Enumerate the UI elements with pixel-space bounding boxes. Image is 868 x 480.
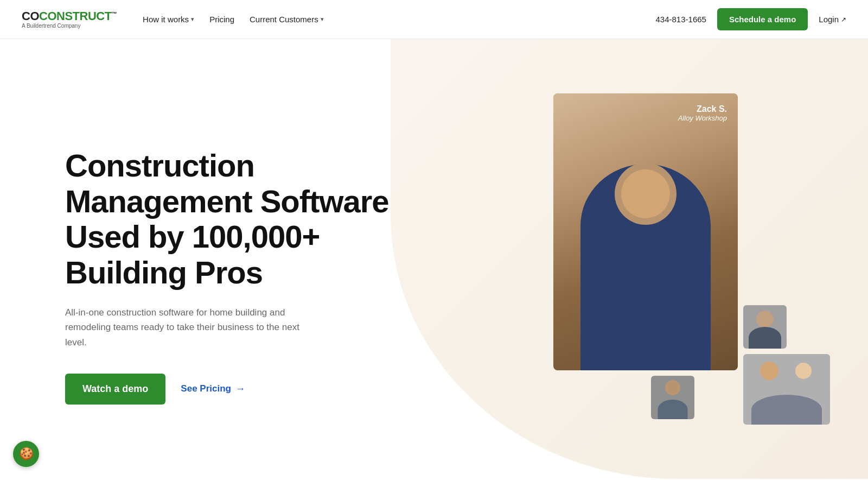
cookie-icon: 🍪 [19,447,34,461]
logo-tagline: A Buildertrend Company [22,23,117,29]
logo-tm: ™ [112,11,117,17]
hero-content: Construction Management Software Used by… [65,83,391,405]
navbar: COCONSTRUCT™ A Buildertrend Company How … [0,0,868,39]
photo-caption-name: Zack S. [678,104,727,114]
navbar-right: 434-813-1665 Schedule a demo Login ↗ [656,8,847,30]
hero-section: Construction Management Software Used by… [0,39,868,479]
thumbnail-photo-3 [743,354,830,425]
login-link[interactable]: Login ↗ [819,15,846,24]
hero-cta: Watch a demo See Pricing → [65,374,391,405]
chevron-down-icon: ▾ [191,16,194,23]
external-link-icon: ↗ [841,16,846,23]
logo-co: CO [22,9,39,23]
watch-demo-button[interactable]: Watch a demo [65,374,165,405]
nav-how-it-works[interactable]: How it works ▾ [136,10,201,28]
phone-number[interactable]: 434-813-1665 [656,15,706,24]
nav-pricing[interactable]: Pricing [203,10,241,28]
hero-subtitle: All-in-one construction software for hom… [65,305,315,350]
main-testimonial-photo: Zack S. Alloy Workshop [553,93,738,370]
navbar-left: COCONSTRUCT™ A Buildertrend Company How … [22,10,330,29]
arrow-right-icon: → [235,383,245,395]
thumbnail-photo-3-second-person [795,363,812,379]
nav-current-customers[interactable]: Current Customers ▾ [243,10,330,28]
photo-caption-company: Alloy Workshop [678,114,727,122]
nav-links: How it works ▾ Pricing Current Customers… [136,10,330,28]
photo-caption: Zack S. Alloy Workshop [678,104,727,122]
logo-construct: CONSTRUCT [39,9,112,23]
logo[interactable]: COCONSTRUCT™ A Buildertrend Company [22,10,117,29]
hero-photos: Zack S. Alloy Workshop [553,93,825,370]
thumbnail-photo-1 [743,305,787,349]
cookie-consent-button[interactable]: 🍪 [13,441,39,467]
thumbnail-photo-2 [651,376,694,419]
main-photo-inner [553,93,738,370]
schedule-demo-button[interactable]: Schedule a demo [717,8,808,30]
chevron-down-icon-customers: ▾ [321,16,324,23]
see-pricing-link[interactable]: See Pricing → [181,383,245,395]
hero-title: Construction Management Software Used by… [65,148,391,290]
